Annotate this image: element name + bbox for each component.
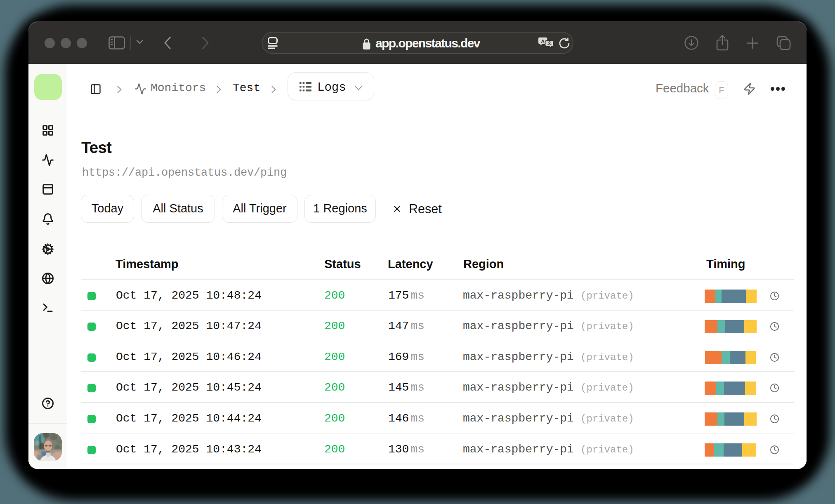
svg-text:文: 文	[547, 40, 552, 45]
svg-text:A: A	[541, 38, 545, 44]
